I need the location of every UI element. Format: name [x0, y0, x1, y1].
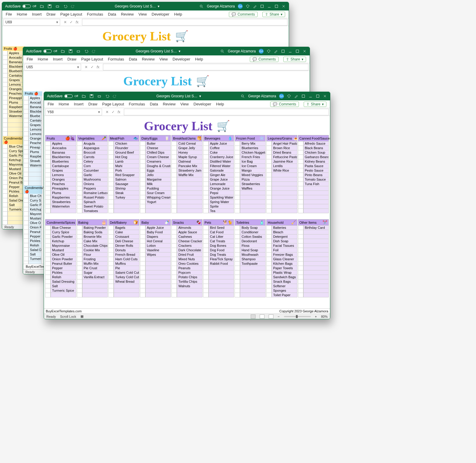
item-checkbox[interactable] [171, 164, 177, 168]
item-cell[interactable] [209, 279, 234, 284]
item-cell[interactable]: Lemonade [209, 182, 234, 186]
item-cell[interactable]: Mahi [114, 164, 139, 168]
item-checkbox[interactable] [108, 195, 114, 200]
comments-button[interactable]: 💬 Comments [250, 57, 279, 62]
item-cell[interactable] [272, 204, 297, 209]
item-checkbox[interactable] [203, 209, 209, 213]
item-cell[interactable]: Cotton Swabs [240, 234, 266, 239]
item-checkbox[interactable] [203, 159, 209, 164]
item-checkbox[interactable] [108, 257, 114, 261]
tab-file[interactable]: File [48, 102, 54, 106]
item-cell[interactable]: Cheese [145, 146, 171, 150]
item-cell[interactable]: Chicken [114, 141, 139, 146]
item-checkbox[interactable] [298, 191, 303, 195]
item-cell[interactable] [82, 288, 108, 293]
item-cell[interactable] [303, 248, 329, 252]
item-checkbox[interactable] [298, 173, 303, 177]
item-checkbox[interactable] [24, 105, 28, 109]
item-checkbox[interactable] [24, 132, 28, 136]
item-checkbox[interactable] [266, 209, 272, 213]
pen-icon[interactable] [294, 94, 298, 98]
item-cell[interactable] [145, 266, 171, 270]
tab-page-layout[interactable]: Page Layout [81, 57, 103, 61]
quickprint-icon[interactable] [97, 94, 101, 98]
maximize-icon[interactable] [316, 94, 320, 98]
item-cell[interactable]: Floss [240, 243, 266, 248]
save-icon[interactable] [48, 4, 52, 8]
item-cell[interactable]: Cake [114, 230, 139, 234]
item-checkbox[interactable] [298, 226, 303, 230]
item-cell[interactable]: Coke [209, 150, 234, 155]
item-cell[interactable] [240, 191, 266, 195]
item-checkbox[interactable] [45, 248, 51, 252]
item-cell[interactable] [240, 266, 266, 270]
item-cell[interactable]: Sponges [272, 288, 297, 293]
pen-icon[interactable] [274, 49, 278, 53]
item-cell[interactable]: Avocados [51, 146, 76, 150]
item-cell[interactable]: Blue Cheese [51, 226, 76, 230]
item-checkbox[interactable] [203, 146, 209, 150]
item-cell[interactable]: Plastic Wrap [272, 270, 297, 275]
item-cell[interactable]: Kitchen Bags [272, 261, 297, 266]
item-checkbox[interactable] [171, 288, 177, 293]
item-checkbox[interactable] [140, 270, 145, 275]
item-cell[interactable] [177, 209, 203, 213]
item-checkbox[interactable] [3, 194, 7, 198]
tab-home[interactable]: Home [59, 102, 69, 106]
fx-icon[interactable]: fx [76, 20, 78, 24]
item-cell[interactable]: Cat Litter [209, 234, 234, 239]
item-cell[interactable]: Mushrooms [82, 177, 108, 182]
item-checkbox[interactable] [3, 64, 7, 69]
item-cell[interactable]: Pickles [7, 189, 24, 194]
item-checkbox[interactable] [108, 186, 114, 191]
item-checkbox[interactable] [298, 195, 303, 200]
item-cell[interactable]: Relish [28, 243, 42, 248]
item-checkbox[interactable] [24, 248, 28, 252]
item-checkbox[interactable] [235, 177, 240, 182]
item-cell[interactable]: Dog Bones [209, 243, 234, 248]
item-cell[interactable]: Filtered Water [209, 164, 234, 168]
item-checkbox[interactable] [140, 150, 145, 155]
item-cell[interactable] [177, 186, 203, 191]
item-cell[interactable]: Apples [7, 51, 24, 55]
item-checkbox[interactable] [3, 91, 7, 96]
item-checkbox[interactable] [3, 60, 7, 64]
item-checkbox[interactable] [266, 141, 272, 146]
item-cell[interactable]: Creamers [145, 159, 171, 164]
item-checkbox[interactable] [45, 195, 51, 200]
item-cell[interactable] [177, 204, 203, 209]
item-checkbox[interactable] [235, 288, 240, 293]
item-checkbox[interactable] [77, 234, 82, 239]
item-checkbox[interactable] [3, 73, 7, 78]
overflow-icon[interactable] [281, 49, 285, 53]
item-cell[interactable]: Ketchup [51, 239, 76, 243]
tab-draw[interactable]: Draw [46, 12, 55, 16]
item-checkbox[interactable] [140, 288, 145, 293]
item-cell[interactable]: Margarine [145, 177, 171, 182]
item-checkbox[interactable] [3, 180, 7, 185]
item-cell[interactable]: Bananas [51, 150, 76, 155]
tab-page-layout[interactable]: Page Layout [102, 102, 124, 106]
item-cell[interactable]: Onion P [28, 225, 42, 230]
item-cell[interactable] [240, 195, 266, 200]
item-checkbox[interactable] [77, 204, 82, 209]
item-checkbox[interactable] [24, 154, 28, 159]
item-checkbox[interactable] [203, 284, 209, 288]
item-checkbox[interactable] [45, 155, 51, 159]
item-cell[interactable]: Sausage [114, 182, 139, 186]
item-checkbox[interactable] [108, 239, 114, 243]
item-cell[interactable]: Romaine Lettuce [82, 191, 108, 195]
item-checkbox[interactable] [203, 200, 209, 204]
item-checkbox[interactable] [266, 204, 272, 209]
item-checkbox[interactable] [108, 266, 114, 270]
item-checkbox[interactable] [266, 164, 272, 168]
item-cell[interactable]: Whipping Cream [145, 195, 171, 200]
item-cell[interactable]: Freezer Bags [272, 252, 297, 257]
cancel-icon[interactable]: ✕ [106, 110, 109, 114]
item-checkbox[interactable] [266, 266, 272, 270]
item-checkbox[interactable] [298, 288, 303, 293]
item-cell[interactable]: Pickles [51, 270, 76, 275]
item-cell[interactable]: Pinto Beans [303, 173, 329, 177]
item-checkbox[interactable] [266, 248, 272, 252]
item-cell[interactable]: Crackers [177, 243, 203, 248]
